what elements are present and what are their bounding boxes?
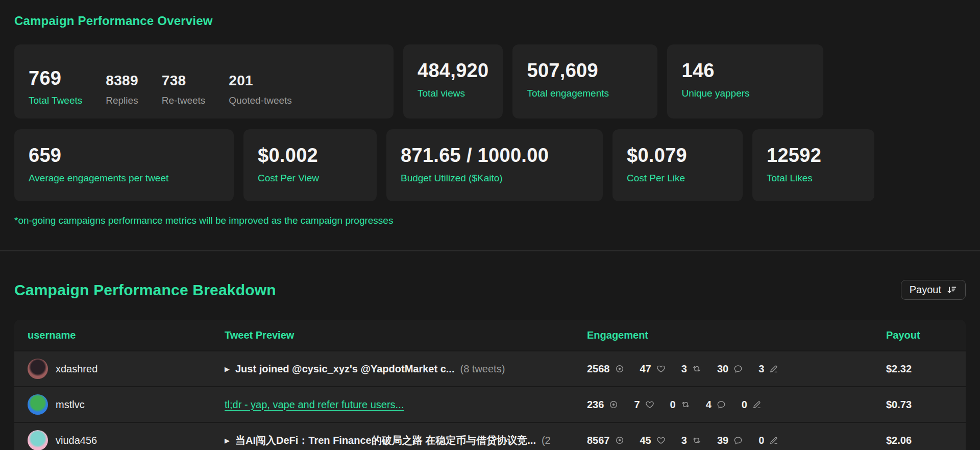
quotes-metric: 3	[758, 363, 779, 375]
tweet-preview-text[interactable]: 当AI闯入DeFi：Tren Finance的破局之路 在稳定币与借贷协议竞..…	[235, 434, 536, 447]
metric-value: 659	[29, 145, 219, 166]
metric-card: 871.65 / 1000.00 Budget Utilized ($Kaito…	[386, 129, 603, 201]
tweet-count-suffix: (8 tweets)	[460, 363, 505, 375]
metric-value: $0.079	[627, 145, 728, 166]
tweet-count-suffix: (2	[542, 435, 551, 446]
column-header-payout: Payout	[886, 329, 966, 341]
column-header-engagement: Engagement	[587, 329, 886, 341]
overview-cards-row1: 769 Total Tweets 8389 Replies 738 Re-twe…	[14, 44, 966, 119]
payout-value: $2.32	[886, 363, 966, 375]
tweet-preview-text[interactable]: tl;dr - yap, vape and refer future users…	[225, 399, 404, 411]
likes-count: 45	[640, 435, 651, 446]
engagement-cell: 236 7 0	[587, 399, 886, 411]
quotes-metric: 0	[742, 399, 762, 411]
views-icon	[615, 364, 625, 374]
comment-icon	[733, 364, 743, 374]
likes-metric: 45	[640, 435, 666, 446]
campaign-dashboard: Campaign Performance Overview 769 Total …	[0, 0, 980, 450]
metric-value: $0.002	[258, 145, 362, 166]
metric-label: Cost Per Like	[627, 173, 728, 184]
tweet-preview-text[interactable]: Just joined @cysic_xyz's @YapdotMarket c…	[235, 363, 454, 375]
tweet-stat: 769 Total Tweets	[29, 67, 82, 106]
table-header-row: username Tweet Preview Engagement Payout	[14, 320, 966, 350]
comments-metric: 30	[717, 363, 743, 375]
comments-count: 39	[717, 435, 728, 446]
likes-count: 47	[640, 363, 651, 375]
metric-label: Replies	[106, 95, 138, 106]
quotes-count: 3	[758, 363, 764, 375]
tweet-preview-cell[interactable]: ▶ Just joined @cysic_xyz's @YapdotMarket…	[225, 363, 587, 375]
metric-value: 738	[162, 73, 206, 89]
payout-sort-button[interactable]: Payout	[901, 280, 966, 300]
quotes-count: 0	[758, 435, 764, 446]
column-header-tweet-preview: Tweet Preview	[225, 329, 587, 341]
avatar[interactable]	[28, 430, 48, 450]
metric-label: Average engagements per tweet	[29, 173, 219, 184]
metric-value: 8389	[106, 73, 138, 89]
comments-count: 4	[706, 399, 712, 411]
likes-count: 7	[634, 399, 640, 411]
metric-label: Unique yappers	[681, 88, 809, 99]
tweet-stat: 8389 Replies	[106, 73, 138, 106]
comments-metric: 39	[717, 435, 743, 446]
quotes-count: 0	[742, 399, 747, 411]
metric-card: 484,920 Total views	[403, 44, 503, 119]
comments-metric: 4	[706, 399, 726, 411]
tweet-stat: 738 Re-tweets	[162, 73, 206, 106]
views-count: 236	[587, 399, 604, 411]
table-row[interactable]: xdashred ▶ Just joined @cysic_xyz's @Yap…	[14, 350, 966, 386]
tweet-preview-cell[interactable]: tl;dr - yap, vape and refer future users…	[225, 399, 587, 411]
section-divider	[0, 250, 980, 251]
views-icon	[615, 435, 625, 445]
metric-value: 507,609	[527, 60, 643, 81]
breakdown-header: Campaign Performance Breakdown Payout	[14, 280, 966, 300]
row-username[interactable]: viuda456	[56, 435, 97, 446]
views-count: 2568	[587, 363, 610, 375]
avatar[interactable]	[28, 359, 48, 379]
quotes-metric: 0	[758, 435, 779, 446]
views-icon	[608, 399, 619, 410]
expand-caret-icon[interactable]: ▶	[225, 437, 230, 444]
payout-value: $0.73	[886, 399, 966, 411]
metric-label: Total views	[418, 88, 488, 99]
table-row[interactable]: mstlvc tl;dr - yap, vape and refer futur…	[14, 386, 966, 422]
metric-label: Quoted-tweets	[229, 95, 292, 106]
metric-label: Cost Per View	[258, 173, 362, 184]
metric-label: Re-tweets	[162, 95, 206, 106]
metric-card: 659 Average engagements per tweet	[14, 129, 234, 201]
campaign-note: *on-going campaigns performance metrics …	[14, 215, 966, 226]
views-metric: 236	[587, 399, 619, 411]
metric-value: 201	[229, 73, 292, 89]
metric-label: Total Likes	[767, 173, 860, 184]
sort-descending-icon	[946, 285, 957, 295]
quote-pencil-icon	[769, 364, 779, 374]
avatar[interactable]	[28, 394, 48, 415]
metric-value: 146	[681, 60, 809, 81]
comment-icon	[716, 399, 726, 410]
metric-value: 484,920	[418, 60, 488, 81]
metric-card: 146 Unique yappers	[667, 44, 823, 119]
row-username[interactable]: mstlvc	[56, 399, 85, 411]
likes-metric: 47	[640, 363, 666, 375]
metric-value: 12592	[767, 145, 860, 166]
heart-icon	[656, 364, 666, 374]
reposts-metric: 3	[681, 363, 702, 375]
tweet-preview-cell[interactable]: ▶ 当AI闯入DeFi：Tren Finance的破局之路 在稳定币与借贷协议竞…	[225, 434, 587, 447]
table-row[interactable]: viuda456 ▶ 当AI闯入DeFi：Tren Finance的破局之路 在…	[14, 422, 966, 450]
column-header-username: username	[14, 329, 225, 341]
views-metric: 2568	[587, 363, 625, 375]
username-cell: mstlvc	[14, 394, 225, 415]
expand-caret-icon[interactable]: ▶	[225, 366, 230, 372]
username-cell: viuda456	[14, 430, 225, 450]
retweet-icon	[680, 399, 691, 410]
likes-metric: 7	[634, 399, 654, 411]
views-count: 8567	[587, 435, 610, 446]
reposts-count: 3	[681, 435, 687, 446]
overview-cards-row2: 659 Average engagements per tweet $0.002…	[14, 129, 966, 201]
quote-pencil-icon	[752, 399, 762, 410]
quote-pencil-icon	[769, 435, 779, 445]
row-username[interactable]: xdashred	[56, 363, 97, 375]
payout-sort-label: Payout	[910, 284, 941, 296]
metric-card: 12592 Total Likes	[752, 129, 874, 201]
reposts-metric: 3	[681, 435, 702, 446]
